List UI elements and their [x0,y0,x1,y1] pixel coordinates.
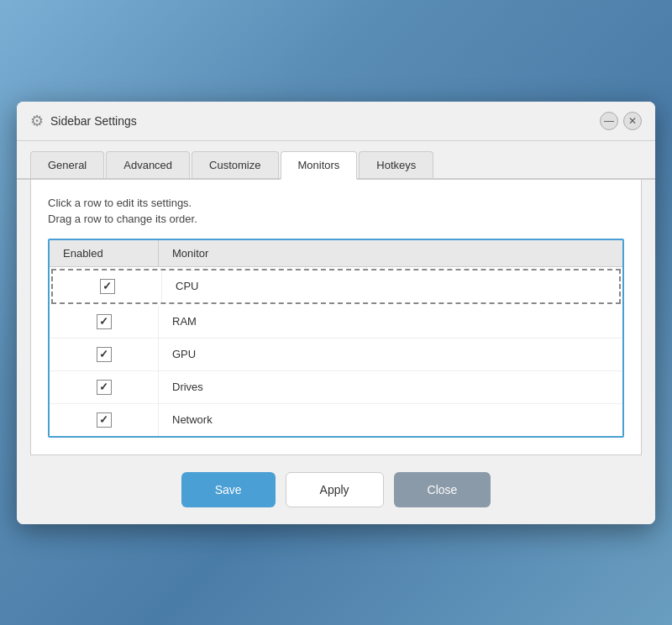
content-area: Click a row to edit its settings. Drag a… [30,180,642,455]
checkbox-network[interactable] [97,412,112,428]
monitors-table: Enabled Monitor CPU RAM [48,239,624,438]
minimize-button[interactable]: — [600,112,618,130]
instructions: Click a row to edit its settings. Drag a… [48,197,624,225]
tab-general[interactable]: General [30,151,104,178]
row-enabled-gpu [50,339,159,370]
tab-hotkeys[interactable]: Hotkeys [359,151,433,178]
tabs-container: General Advanced Customize Monitors Hotk… [17,141,655,180]
instruction-line-2: Drag a row to change its order. [48,213,624,225]
save-button[interactable]: Save [181,472,276,507]
table-row[interactable]: GPU [50,339,622,371]
table-row[interactable]: Network [50,404,622,436]
main-window: ⚙ Sidebar Settings — ✕ General Advanced … [17,102,655,524]
checkbox-drives[interactable] [97,380,112,395]
tab-customize[interactable]: Customize [192,151,278,178]
table-row[interactable]: CPU [51,269,621,304]
header-monitor: Monitor [159,240,622,266]
close-button[interactable]: Close [394,472,491,507]
title-bar: ⚙ Sidebar Settings — ✕ [17,102,655,141]
close-window-button[interactable]: ✕ [623,112,642,130]
row-enabled-network [50,404,159,436]
row-monitor-gpu: GPU [159,339,622,369]
title-bar-left: ⚙ Sidebar Settings [30,112,137,130]
row-monitor-drives: Drives [159,372,622,402]
table-header: Enabled Monitor [50,240,622,267]
table-row[interactable]: Drives [50,371,622,404]
window-title: Sidebar Settings [50,114,137,128]
gear-icon: ⚙ [30,112,44,130]
row-monitor-ram: RAM [159,307,622,336]
checkbox-cpu[interactable] [100,279,115,294]
row-enabled-cpu [53,270,162,302]
title-bar-controls: — ✕ [600,112,642,130]
checkbox-gpu[interactable] [97,347,112,362]
apply-button[interactable]: Apply [286,472,384,507]
row-enabled-drives [50,371,159,403]
header-enabled: Enabled [50,240,159,266]
instruction-line-1: Click a row to edit its settings. [48,197,624,209]
row-monitor-network: Network [159,405,622,434]
checkbox-ram[interactable] [97,314,112,329]
tab-monitors[interactable]: Monitors [281,151,358,180]
table-row[interactable]: RAM [50,306,622,339]
row-enabled-ram [50,306,159,338]
tab-advanced[interactable]: Advanced [106,151,190,178]
footer: Save Apply Close [17,455,655,524]
row-monitor-cpu: CPU [162,271,619,301]
